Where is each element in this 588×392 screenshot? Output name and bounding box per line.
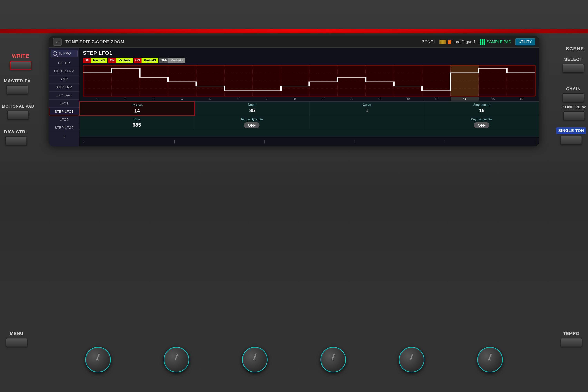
tempo-button[interactable] bbox=[560, 338, 582, 347]
instrument-badge: × bbox=[448, 40, 451, 44]
tempo-sync-value: OFF bbox=[198, 122, 306, 128]
param-cell-depth[interactable]: Depth 35 bbox=[195, 102, 310, 116]
rate-label: Rate bbox=[82, 118, 191, 121]
partial-tab-4[interactable]: OFF Partial4 bbox=[159, 58, 185, 63]
step-num-15: 15 bbox=[479, 97, 507, 100]
partial2-on-badge: ON bbox=[108, 58, 116, 63]
knob-3[interactable] bbox=[242, 347, 268, 372]
knob-6[interactable] bbox=[477, 347, 503, 372]
panel-title: STEP LFO1 bbox=[80, 48, 539, 58]
sidebar-item-step-lfo1[interactable]: STEP LFO1 bbox=[49, 108, 79, 116]
chain-button[interactable] bbox=[562, 93, 584, 102]
sidebar-item-lfo-dest[interactable]: LFO Dest bbox=[49, 92, 79, 100]
screen-content: To PRO FILTER FILTER ENV AMP AMP ENV bbox=[49, 48, 539, 146]
step-num-2: 2 bbox=[111, 97, 139, 100]
step-num-6: 6 bbox=[224, 97, 253, 100]
sample-pad-label: SAMPLE PAD bbox=[487, 40, 511, 44]
param-cell-empty bbox=[309, 116, 424, 130]
param-cell-curve[interactable]: Curve 1 bbox=[310, 102, 424, 116]
step-num-7: 7 bbox=[253, 97, 281, 100]
magnifier-icon bbox=[53, 51, 57, 56]
step-num-8: 8 bbox=[281, 97, 309, 100]
hardware-body: WRITE MASTER FX MOTIONAL PAD DAW CTRL ME… bbox=[0, 0, 588, 392]
main-panel: STEP LFO1 ON Partial1 ON Partial2 ON bbox=[80, 48, 539, 146]
zone-view-button[interactable] bbox=[563, 111, 585, 120]
curve-label: Curve bbox=[313, 103, 421, 106]
partial-tab-2[interactable]: ON Partial2 bbox=[108, 58, 133, 63]
knob-5[interactable] bbox=[399, 347, 424, 372]
step-num-3: 3 bbox=[140, 97, 168, 100]
knob-4[interactable] bbox=[320, 347, 346, 372]
menu-button[interactable] bbox=[6, 338, 28, 347]
header-instrument: × Lord Organ 1 bbox=[439, 40, 476, 44]
partial4-on-badge: OFF bbox=[159, 58, 168, 63]
step-num-9: 9 bbox=[309, 97, 338, 100]
tempo-sync-label: Tempo Sync Sw bbox=[198, 118, 306, 121]
depth-value: 35 bbox=[198, 108, 306, 114]
single-ton-label: SINGLE TON bbox=[556, 128, 586, 134]
zone-view-label: ZONE VIEW bbox=[562, 105, 586, 109]
step-num-4: 4 bbox=[168, 97, 196, 100]
param-cell-position[interactable]: Position 14 bbox=[80, 102, 195, 116]
sidebar-item-lfo1[interactable]: LFO1 bbox=[49, 100, 79, 108]
sidebar-item-filter-env[interactable]: FILTER ENV bbox=[49, 68, 79, 76]
sample-pad-button[interactable]: SAMPLE PAD bbox=[480, 39, 511, 45]
partial-tab-1[interactable]: ON Partial1 bbox=[83, 58, 108, 63]
screen: ← TONE EDIT Z-CORE ZOOM ZONE1 × Lord Org… bbox=[49, 36, 539, 146]
motional-pad-button[interactable] bbox=[7, 110, 29, 119]
param-row-2: Rate 685 Tempo Sync Sw OFF bbox=[80, 116, 539, 130]
sample-pad-icon bbox=[480, 39, 485, 45]
key-trigger-value: OFF bbox=[428, 122, 536, 128]
header-title: TONE EDIT Z-CORE ZOOM bbox=[66, 40, 418, 44]
step-numbers: 1 2 3 4 5 6 7 8 9 10 11 12 13 14 bbox=[80, 96, 539, 101]
step-graph[interactable] bbox=[83, 65, 536, 96]
bottom-indicator-3: | bbox=[354, 139, 355, 144]
screen-container: ← TONE EDIT Z-CORE ZOOM ZONE1 × Lord Org… bbox=[49, 36, 539, 146]
to-pro-button[interactable]: To PRO bbox=[50, 50, 78, 58]
partial3-name: Partial3 bbox=[142, 58, 158, 63]
partial3-on-badge: ON bbox=[134, 58, 142, 63]
sidebar-item-amp-env[interactable]: AMP ENV bbox=[49, 84, 79, 92]
single-ton-button[interactable] bbox=[560, 136, 582, 145]
motional-pad-label: MOTIONAL PAD bbox=[2, 104, 34, 108]
sidebar-item-lfo2[interactable]: LFO2 bbox=[49, 116, 79, 124]
tempo-label: TEMPO bbox=[563, 331, 580, 336]
bottom-indicator-1: | bbox=[174, 139, 175, 144]
scene-label: SCENE bbox=[566, 46, 584, 51]
sidebar-item-filter[interactable]: FILTER bbox=[49, 60, 79, 68]
rate-value: 685 bbox=[82, 122, 191, 128]
utility-button[interactable]: UTILITY bbox=[515, 38, 535, 45]
knobs-row bbox=[59, 347, 529, 372]
position-value: 14 bbox=[83, 108, 191, 114]
curve-value: 1 bbox=[313, 108, 421, 114]
partial-tab-3[interactable]: ON Partial3 bbox=[134, 58, 158, 63]
to-pro-label: To PRO bbox=[58, 52, 71, 56]
param-cell-rate[interactable]: Rate 685 bbox=[80, 116, 194, 130]
sidebar-scroll-button[interactable]: ↕ bbox=[49, 132, 79, 140]
partial2-name: Partial2 bbox=[116, 58, 133, 63]
select-button[interactable] bbox=[562, 64, 584, 73]
knob-1[interactable] bbox=[85, 347, 111, 372]
master-fx-button[interactable] bbox=[6, 86, 28, 94]
position-label: Position bbox=[83, 104, 191, 107]
param-cell-key-trigger[interactable]: Key Trigger Sw OFF bbox=[424, 116, 539, 130]
write-button[interactable] bbox=[10, 61, 31, 70]
sidebar-item-step-lfo2[interactable]: STEP LFO2 bbox=[49, 124, 79, 132]
write-label: WRITE bbox=[12, 53, 30, 59]
bottom-arrow-icon: ↕ bbox=[83, 139, 85, 144]
depth-label: Depth bbox=[198, 103, 306, 106]
knob-2[interactable] bbox=[164, 347, 189, 372]
param-cell-step-length[interactable]: Step Length 16 bbox=[424, 102, 539, 116]
svg-rect-18 bbox=[450, 66, 479, 96]
bottom-indicator-4: | bbox=[444, 139, 445, 144]
bottom-indicator-2: | bbox=[264, 139, 265, 144]
step-length-value: 16 bbox=[428, 108, 536, 114]
daw-ctrl-label: DAW CTRL bbox=[4, 129, 28, 134]
daw-ctrl-button[interactable] bbox=[5, 136, 27, 145]
param-row-1: Position 14 Depth 35 Curve 1 bbox=[80, 102, 539, 116]
sidebar-item-amp[interactable]: AMP bbox=[49, 76, 79, 84]
step-num-12: 12 bbox=[394, 97, 422, 100]
partial1-on-badge: ON bbox=[83, 58, 91, 63]
param-cell-tempo-sync[interactable]: Tempo Sync Sw OFF bbox=[194, 116, 310, 130]
back-button[interactable]: ← bbox=[53, 38, 62, 46]
